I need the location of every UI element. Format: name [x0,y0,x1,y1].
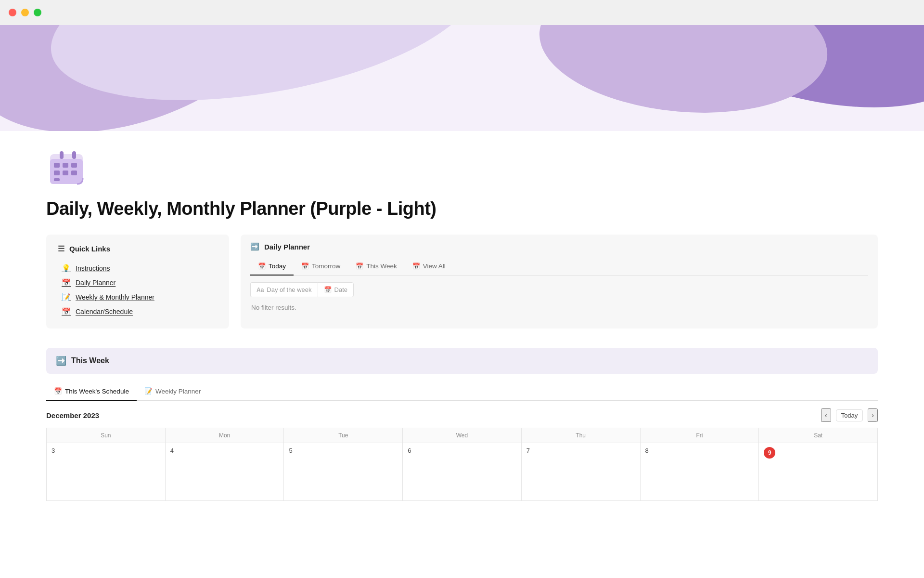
close-button[interactable] [9,9,16,16]
schedule-tab-label: This Week's Schedule [65,388,129,395]
calendar-today-button[interactable]: Today [836,409,863,421]
this-week-section: ➡️ This Week 📅 This Week's Schedule 📝 We… [46,348,878,501]
maximize-button[interactable] [34,9,41,16]
day-number-8: 8 [645,447,649,454]
calendar-grid-icon: 📅 [62,307,71,316]
day-number-6: 6 [408,447,411,454]
tab-view-all-label: View All [423,263,446,270]
day-number-7: 7 [526,447,530,454]
this-week-header-bar[interactable]: ➡️ This Week [46,348,878,374]
calendar-month-label: December 2023 [46,411,99,420]
this-week-title: This Week [71,356,109,365]
cal-day-5[interactable]: 5 [284,443,403,501]
calendar-body-row: 3 4 5 6 7 8 9 [47,443,878,501]
page-title: Daily, Weekly, Monthly Planner (Purple -… [46,198,878,219]
filter-date-label: Date [334,286,347,293]
daily-planner-header: ➡️ Daily Planner [250,242,868,251]
tab-today-label: Today [269,263,286,270]
tab-weekly-planner[interactable]: 📝 Weekly Planner [137,383,208,401]
calendar-nav-controls: ‹ Today › [821,408,878,422]
arrow-circle-icon: ➡️ [250,242,259,251]
cal-header-thu: Thu [522,428,641,443]
link-daily-planner-label: Daily Planner [76,279,116,287]
cal-day-3[interactable]: 3 [47,443,166,501]
link-instructions[interactable]: 💡 Instructions [58,261,218,276]
link-daily-planner[interactable]: 📅 Daily Planner [58,276,218,290]
planner-tab-label: Weekly Planner [155,388,201,395]
cal-header-sat: Sat [759,428,878,443]
lightbulb-icon: 💡 [62,264,71,273]
calendar-header-row: Sun Mon Tue Wed Thu Fri Sat [47,428,878,443]
schedule-tab-icon: 📅 [54,387,62,395]
day-number-9-today: 9 [764,447,775,459]
day-number-3: 3 [51,447,55,454]
calendar-grid: Sun Mon Tue Wed Thu Fri Sat 3 4 5 [46,428,878,501]
cal-header-sun: Sun [47,428,166,443]
filter-day-label: Day of the week [267,286,311,293]
svg-rect-2 [54,163,60,168]
cal-header-wed: Wed [403,428,522,443]
tab-this-weeks-schedule[interactable]: 📅 This Week's Schedule [46,383,137,401]
calendar-next-button[interactable]: › [868,408,878,422]
minimize-button[interactable] [21,9,29,16]
svg-rect-5 [54,171,60,175]
tab-today[interactable]: 📅 Today [250,259,294,276]
cal-day-8[interactable]: 8 [641,443,759,501]
link-weekly-monthly-label: Weekly & Monthly Planner [76,293,154,301]
cal-day-9[interactable]: 9 [759,443,878,501]
text-icon: Aa [257,287,264,293]
calendar-prev-button[interactable]: ‹ [821,408,831,422]
svg-rect-7 [71,171,77,175]
day-number-5: 5 [289,447,292,454]
tab-tomorrow[interactable]: 📅 Tomorrow [294,259,348,276]
svg-rect-9 [60,151,64,159]
calendar-nav: December 2023 ‹ Today › [46,408,878,422]
svg-rect-3 [63,163,68,168]
day-number-4: 4 [170,447,174,454]
planner-tab-icon: 📝 [144,387,153,395]
today-tab-icon: 📅 [258,263,266,270]
tab-this-week-label: This Week [366,263,397,270]
edit-icon: 📝 [62,293,71,302]
svg-rect-4 [71,163,77,168]
menu-icon: ☰ [58,244,64,253]
svg-rect-6 [63,171,68,175]
cal-day-4[interactable]: 4 [166,443,284,501]
wave-decoration-4 [534,25,833,124]
cal-header-fri: Fri [641,428,759,443]
link-weekly-monthly[interactable]: 📝 Weekly & Monthly Planner [58,290,218,304]
link-calendar-schedule[interactable]: 📅 Calendar/Schedule [58,304,218,319]
header-banner [0,25,924,131]
page-content: Daily, Weekly, Monthly Planner (Purple -… [0,131,924,530]
this-week-arrow-icon: ➡️ [56,355,66,366]
quick-links-header: ☰ Quick Links [58,244,218,253]
daily-planner-title: Daily Planner [264,243,310,251]
filter-day-of-week[interactable]: Aa Day of the week [250,282,318,297]
svg-rect-10 [72,151,76,159]
this-week-tab-icon: 📅 [356,263,363,270]
cal-header-tue: Tue [284,428,403,443]
week-tabs-row: 📅 This Week's Schedule 📝 Weekly Planner [46,383,878,401]
cal-day-7[interactable]: 7 [522,443,641,501]
filter-date[interactable]: 📅 Date [318,282,354,297]
tab-this-week[interactable]: 📅 This Week [348,259,405,276]
no-results-text: No filter results. [250,302,868,313]
link-calendar-schedule-label: Calendar/Schedule [76,308,133,315]
svg-rect-8 [54,178,60,181]
tab-tomorrow-label: Tomorrow [312,263,340,270]
view-all-tab-icon: 📅 [412,263,420,270]
main-layout: ☰ Quick Links 💡 Instructions 📅 Daily Pla… [46,235,878,328]
cal-day-6[interactable]: 6 [403,443,522,501]
calendar-small-icon: 📅 [62,278,71,287]
link-instructions-label: Instructions [76,264,110,272]
daily-planner-panel: ➡️ Daily Planner 📅 Today 📅 Tomorrow 📅 Th… [241,235,878,328]
quick-links-title: Quick Links [69,245,110,253]
tab-view-all[interactable]: 📅 View All [405,259,453,276]
date-filter-icon: 📅 [324,286,332,293]
quick-links-panel: ☰ Quick Links 💡 Instructions 📅 Daily Pla… [46,235,229,328]
tomorrow-tab-icon: 📅 [301,263,309,270]
cal-header-mon: Mon [166,428,284,443]
window-bar [0,0,924,25]
filter-row: Aa Day of the week 📅 Date [250,282,868,297]
daily-planner-tabs: 📅 Today 📅 Tomorrow 📅 This Week 📅 View Al… [250,259,868,276]
